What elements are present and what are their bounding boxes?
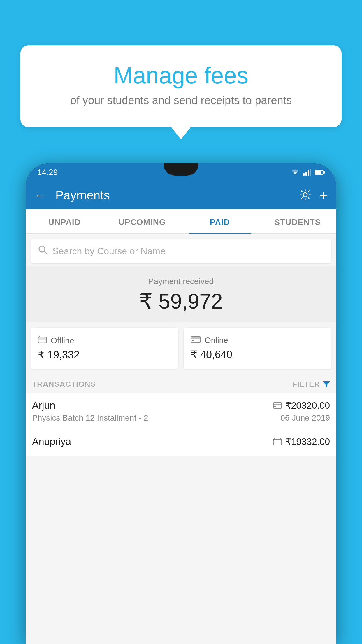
- svg-point-7: [303, 193, 307, 197]
- svg-rect-0: [303, 173, 305, 176]
- transaction-amount-wrap: ₹19332.00: [273, 436, 330, 447]
- page-title: Payments: [55, 188, 293, 202]
- filter-label: FILTER: [292, 380, 320, 389]
- bubble-subtitle: of your students and send receipts to pa…: [35, 94, 327, 107]
- svg-rect-6: [324, 171, 325, 174]
- app-content: ← Payments + UNPAID UPCOMING PAID STUDEN…: [26, 181, 336, 644]
- tabs-bar: UNPAID UPCOMING PAID STUDENTS: [26, 209, 336, 234]
- status-bar: 14:29: [26, 163, 336, 181]
- payment-received-amount: ₹ 59,972: [31, 289, 331, 314]
- payment-received-section: Payment received ₹ 59,972: [26, 266, 336, 322]
- transaction-amount-wrap: ₹20320.00: [273, 400, 330, 411]
- battery-icon: [315, 170, 325, 175]
- offline-card-amount: ₹ 19,332: [38, 349, 171, 361]
- add-button[interactable]: +: [319, 188, 328, 204]
- transactions-label: TRANSACTIONS: [32, 380, 96, 389]
- offline-icon: [38, 336, 47, 345]
- svg-rect-3: [310, 169, 311, 176]
- svg-rect-17: [273, 402, 282, 408]
- payment-received-label: Payment received: [31, 277, 331, 286]
- transaction-top: Arjun ₹20320.00: [32, 400, 330, 411]
- svg-rect-15: [192, 340, 194, 341]
- gear-icon: [298, 188, 312, 202]
- transaction-amount: ₹20320.00: [285, 400, 330, 411]
- transaction-amount: ₹19332.00: [285, 436, 330, 447]
- phone-notch: [164, 163, 198, 176]
- search-bar[interactable]: Search by Course or Name: [31, 239, 331, 263]
- svg-marker-16: [323, 381, 330, 388]
- phone-frame: 14:29: [26, 163, 336, 644]
- app-header: ← Payments +: [26, 181, 336, 209]
- tab-paid[interactable]: PAID: [181, 209, 259, 233]
- transaction-date: 06 June 2019: [280, 413, 330, 423]
- transaction-name: Arjun: [32, 400, 55, 411]
- status-icons: [291, 169, 325, 176]
- tab-upcoming[interactable]: UPCOMING: [103, 209, 181, 233]
- transactions-header: TRANSACTIONS FILTER: [26, 374, 336, 393]
- online-card-amount: ₹ 40,640: [191, 349, 324, 361]
- search-placeholder: Search by Course or Name: [52, 246, 166, 257]
- svg-rect-13: [191, 336, 200, 343]
- svg-rect-21: [275, 438, 280, 439]
- transaction-course: Physics Batch 12 Installment - 2: [32, 413, 148, 423]
- transaction-bottom: Physics Batch 12 Installment - 2 06 June…: [32, 413, 330, 423]
- speech-bubble: Manage fees of your students and send re…: [20, 45, 342, 127]
- offline-card-header: Offline: [38, 336, 171, 345]
- online-icon: [191, 336, 201, 345]
- tab-unpaid[interactable]: UNPAID: [26, 209, 103, 233]
- filter-button[interactable]: FILTER: [292, 380, 330, 389]
- back-button[interactable]: ←: [34, 188, 47, 202]
- bubble-title: Manage fees: [35, 63, 327, 88]
- svg-rect-20: [273, 439, 282, 445]
- payment-cards: Offline ₹ 19,332 Online ₹ 40,640: [26, 322, 336, 374]
- transaction-row[interactable]: Anupriya ₹19332.00: [26, 429, 336, 456]
- online-payment-icon: [273, 402, 282, 409]
- offline-payment-icon: [273, 438, 282, 445]
- svg-rect-2: [308, 170, 309, 176]
- header-actions: +: [298, 188, 328, 204]
- svg-line-9: [44, 251, 47, 254]
- tab-students[interactable]: STUDENTS: [259, 209, 337, 233]
- svg-rect-19: [274, 406, 276, 407]
- svg-rect-5: [315, 171, 321, 174]
- online-card-label: Online: [205, 336, 228, 345]
- filter-icon: [323, 381, 330, 388]
- online-card: Online ₹ 40,640: [184, 328, 331, 369]
- transaction-row[interactable]: Arjun ₹20320.00 Physics Batch 12 Install…: [26, 393, 336, 429]
- status-time: 14:29: [37, 168, 58, 177]
- svg-rect-1: [305, 172, 307, 176]
- transaction-name: Anupriya: [32, 436, 71, 447]
- signal-icon: [303, 169, 311, 176]
- online-card-header: Online: [191, 336, 324, 345]
- settings-button[interactable]: [298, 188, 312, 203]
- transaction-top: Anupriya ₹19332.00: [32, 436, 330, 447]
- search-icon: [38, 245, 48, 258]
- wifi-icon: [291, 169, 300, 176]
- offline-card-label: Offline: [51, 336, 74, 345]
- svg-rect-11: [39, 336, 45, 337]
- offline-card: Offline ₹ 19,332: [31, 328, 178, 369]
- svg-rect-10: [38, 337, 46, 343]
